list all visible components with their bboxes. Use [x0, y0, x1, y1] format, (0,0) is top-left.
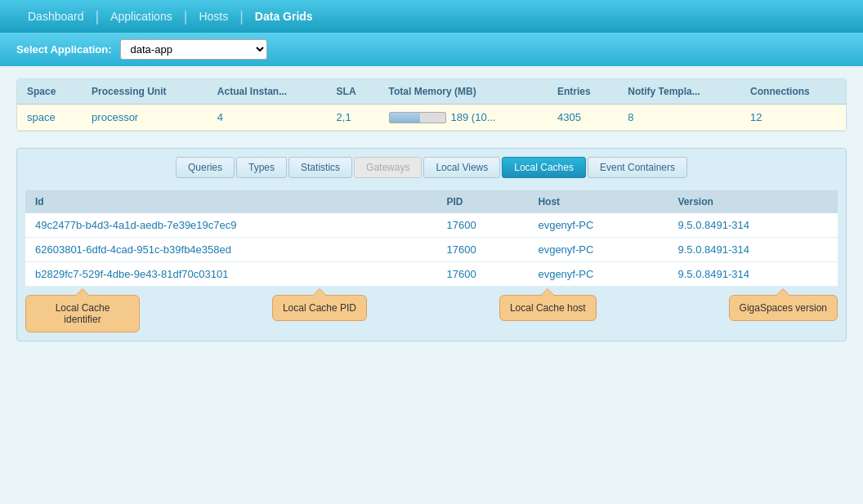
- col-entries: Entries: [548, 79, 618, 105]
- col-host: Host: [528, 190, 668, 213]
- cell-sla: 2,1: [327, 105, 379, 131]
- col-sla: SLA: [327, 79, 379, 105]
- nav-dashboard[interactable]: Dashboard: [16, 10, 96, 23]
- table-row[interactable]: 62603801-6dfd-4cad-951c-b39fb4e358ed 176…: [25, 238, 838, 262]
- cell-host: evgenyf-PC: [528, 213, 668, 238]
- cell-space: space: [17, 105, 82, 131]
- callout-version-label: GigaSpaces version: [740, 302, 827, 314]
- cell-connections: 12: [740, 105, 846, 131]
- select-app-label: Select Application:: [16, 43, 112, 56]
- callout-pid-label: Local Cache PID: [283, 302, 356, 314]
- cell-version: 9.5.0.8491-314: [668, 213, 838, 238]
- tab-event-containers[interactable]: Event Containers: [588, 157, 687, 178]
- local-caches-table: Id PID Host Version 49c2477b-b4d3-4a1d-a…: [25, 190, 838, 287]
- cell-pid: 17600: [436, 262, 528, 287]
- col-notify-templates: Notify Templa...: [618, 79, 740, 105]
- col-connections: Connections: [740, 79, 846, 105]
- cell-processing-unit: processor: [82, 105, 208, 131]
- callout-host-label: Local Cache host: [510, 302, 586, 314]
- col-space: Space: [17, 79, 82, 105]
- table-row[interactable]: 49c2477b-b4d3-4a1d-aedb-7e39e19c7ec9 176…: [25, 213, 838, 238]
- cell-total-memory: 189 (10...: [379, 105, 548, 131]
- application-select[interactable]: data-app: [120, 39, 267, 60]
- main-content: Space Processing Unit Actual Instan... S…: [0, 66, 863, 354]
- tab-local-views[interactable]: Local Views: [423, 157, 500, 178]
- col-version: Version: [668, 190, 838, 213]
- cell-entries: 4305: [548, 105, 618, 131]
- spaces-table: Space Processing Unit Actual Instan... S…: [17, 79, 846, 131]
- cell-actual-instances: 4: [208, 105, 327, 131]
- select-application-bar: Select Application: data-app: [0, 33, 863, 66]
- col-processing-unit: Processing Unit: [82, 79, 208, 105]
- callout-identifier-label: Local Cache identifier: [56, 302, 110, 325]
- cell-version: 9.5.0.8491-314: [668, 262, 838, 287]
- callout-pid: Local Cache PID: [272, 295, 367, 321]
- bottom-panel: Queries Types Statistics Gateways Local …: [16, 148, 847, 341]
- callout-version: GigaSpaces version: [729, 295, 838, 321]
- cell-version: 9.5.0.8491-314: [668, 238, 838, 262]
- annotation-area: Local Cache identifier Local Cache PID L…: [25, 287, 838, 332]
- nav-datagrids[interactable]: Data Grids: [244, 10, 324, 23]
- nav-applications[interactable]: Applications: [99, 10, 184, 23]
- top-table-header-row: Space Processing Unit Actual Instan... S…: [17, 79, 846, 105]
- memory-value: 189 (10...: [451, 111, 496, 123]
- col-pid: PID: [436, 190, 528, 213]
- cell-notify-templates: 8: [618, 105, 740, 131]
- cell-host: evgenyf-PC: [528, 238, 668, 262]
- col-total-memory: Total Memory (MB): [379, 79, 548, 105]
- memory-progress-fill: [390, 113, 420, 123]
- col-actual-instances: Actual Instan...: [208, 79, 327, 105]
- cell-pid: 17600: [436, 238, 528, 262]
- bottom-table-header-row: Id PID Host Version: [25, 190, 838, 213]
- table-row[interactable]: space processor 4 2,1 189 (10... 4305 8: [17, 105, 846, 131]
- col-id: Id: [25, 190, 436, 213]
- tab-statistics[interactable]: Statistics: [288, 157, 352, 178]
- top-table-container: Space Processing Unit Actual Instan... S…: [16, 78, 847, 132]
- tab-local-caches[interactable]: Local Caches: [502, 157, 586, 178]
- callout-host: Local Cache host: [499, 295, 597, 321]
- tab-types[interactable]: Types: [236, 157, 287, 178]
- top-navigation: Dashboard | Applications | Hosts | Data …: [0, 0, 863, 33]
- table-row[interactable]: b2829fc7-529f-4dbe-9e43-81df70c03101 176…: [25, 262, 838, 287]
- callout-identifier: Local Cache identifier: [25, 295, 140, 332]
- tab-gateways: Gateways: [354, 157, 422, 178]
- memory-progress-bar: [389, 112, 446, 123]
- tab-bar: Queries Types Statistics Gateways Local …: [25, 157, 838, 178]
- cell-pid: 17600: [436, 213, 528, 238]
- cell-id: 49c2477b-b4d3-4a1d-aedb-7e39e19c7ec9: [25, 213, 436, 238]
- cell-id: 62603801-6dfd-4cad-951c-b39fb4e358ed: [25, 238, 436, 262]
- nav-hosts[interactable]: Hosts: [187, 10, 239, 23]
- tab-queries[interactable]: Queries: [176, 157, 235, 178]
